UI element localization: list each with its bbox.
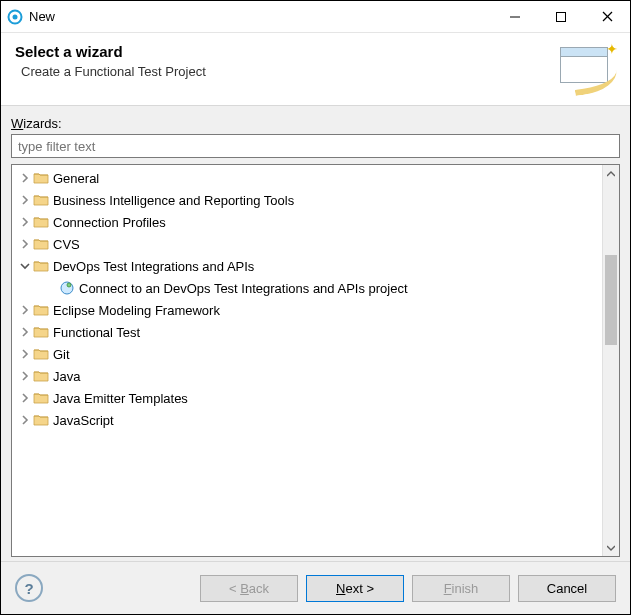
maximize-button[interactable] — [538, 1, 584, 33]
window-title: New — [29, 9, 55, 24]
svg-point-7 — [67, 283, 71, 287]
tree-item-label: Business Intelligence and Reporting Tool… — [53, 193, 294, 208]
svg-point-1 — [13, 14, 18, 19]
chevron-right-icon[interactable] — [18, 237, 32, 251]
tree-item-label: DevOps Test Integrations and APIs — [53, 259, 254, 274]
minimize-button[interactable] — [492, 1, 538, 33]
chevron-right-icon[interactable] — [18, 325, 32, 339]
tree-item-label: Connection Profiles — [53, 215, 166, 230]
wizard-tree[interactable]: GeneralBusiness Intelligence and Reporti… — [12, 165, 602, 556]
scroll-down-icon[interactable] — [603, 539, 619, 556]
folder-icon — [33, 170, 49, 186]
folder-icon — [33, 324, 49, 340]
finish-button[interactable]: Finish — [412, 575, 510, 602]
banner-subtitle: Create a Functional Test Project — [21, 64, 558, 79]
filter-input[interactable] — [11, 134, 620, 158]
wizards-label: Wizards: — [11, 116, 620, 131]
chevron-right-icon[interactable] — [18, 215, 32, 229]
scroll-thumb[interactable] — [605, 255, 617, 345]
tree-item-label: Java Emitter Templates — [53, 391, 188, 406]
chevron-right-icon[interactable] — [18, 171, 32, 185]
svg-rect-3 — [557, 12, 566, 21]
tree-item-label: General — [53, 171, 99, 186]
chevron-down-icon[interactable] — [18, 259, 32, 273]
tree-item-label: Connect to an DevOps Test Integrations a… — [79, 281, 408, 296]
folder-icon — [33, 390, 49, 406]
vertical-scrollbar[interactable] — [602, 165, 619, 556]
banner-title: Select a wizard — [15, 43, 558, 60]
folder-icon — [33, 192, 49, 208]
tree-item[interactable]: Java — [12, 365, 602, 387]
tree-item[interactable]: DevOps Test Integrations and APIs — [12, 255, 602, 277]
close-button[interactable] — [584, 1, 630, 33]
tree-item[interactable]: Connect to an DevOps Test Integrations a… — [12, 277, 602, 299]
tree-item[interactable]: Eclipse Modeling Framework — [12, 299, 602, 321]
next-button[interactable]: Next > — [306, 575, 404, 602]
chevron-right-icon[interactable] — [18, 413, 32, 427]
wizard-content: Wizards: GeneralBusiness Intelligence an… — [1, 106, 630, 561]
tree-item[interactable]: Functional Test — [12, 321, 602, 343]
tree-item[interactable]: Java Emitter Templates — [12, 387, 602, 409]
tree-item-label: JavaScript — [53, 413, 114, 428]
tree-item-label: Eclipse Modeling Framework — [53, 303, 220, 318]
cancel-button[interactable]: Cancel — [518, 575, 616, 602]
wizard-banner-icon: ✦ — [558, 43, 616, 91]
folder-icon — [33, 412, 49, 428]
chevron-right-icon[interactable] — [18, 193, 32, 207]
app-icon — [7, 9, 23, 25]
tree-item-label: Functional Test — [53, 325, 140, 340]
tree-item[interactable]: CVS — [12, 233, 602, 255]
folder-icon — [33, 302, 49, 318]
project-icon — [59, 280, 75, 296]
chevron-right-icon[interactable] — [18, 391, 32, 405]
folder-icon — [33, 236, 49, 252]
tree-item-label: Java — [53, 369, 80, 384]
tree-item[interactable]: JavaScript — [12, 409, 602, 431]
chevron-right-icon[interactable] — [18, 303, 32, 317]
chevron-right-icon[interactable] — [18, 369, 32, 383]
tree-item-label: Git — [53, 347, 70, 362]
titlebar: New — [1, 1, 630, 33]
tree-item[interactable]: General — [12, 167, 602, 189]
folder-icon — [33, 258, 49, 274]
help-button[interactable]: ? — [15, 574, 43, 602]
back-button[interactable]: < Back — [200, 575, 298, 602]
folder-icon — [33, 214, 49, 230]
scroll-up-icon[interactable] — [603, 165, 619, 182]
tree-spacer — [44, 281, 58, 295]
folder-icon — [33, 368, 49, 384]
tree-item[interactable]: Business Intelligence and Reporting Tool… — [12, 189, 602, 211]
wizard-tree-container: GeneralBusiness Intelligence and Reporti… — [11, 164, 620, 557]
tree-item[interactable]: Git — [12, 343, 602, 365]
wizard-banner: Select a wizard Create a Functional Test… — [1, 33, 630, 106]
tree-item-label: CVS — [53, 237, 80, 252]
folder-icon — [33, 346, 49, 362]
chevron-right-icon[interactable] — [18, 347, 32, 361]
button-bar: ? < Back Next > Finish Cancel — [1, 561, 630, 614]
tree-item[interactable]: Connection Profiles — [12, 211, 602, 233]
